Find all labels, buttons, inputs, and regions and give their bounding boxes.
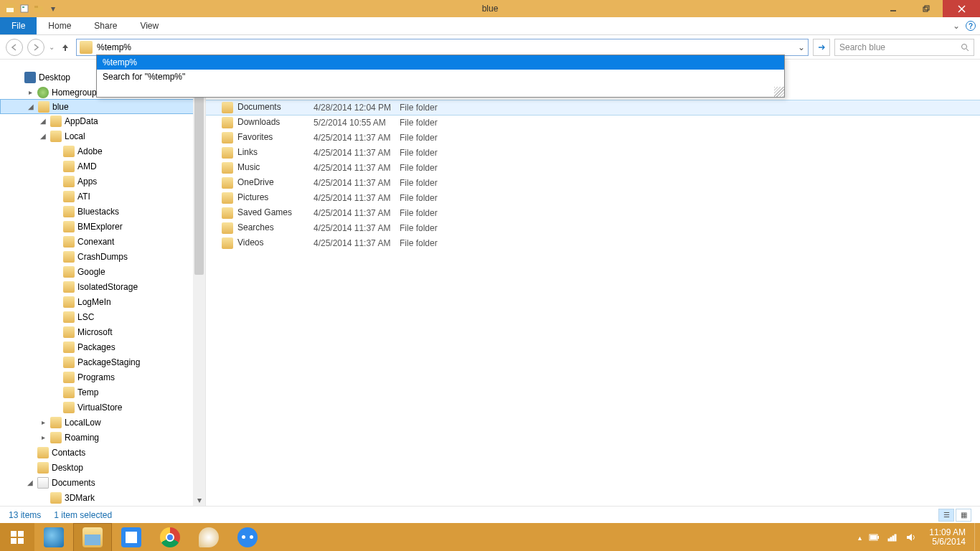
recent-dropdown-icon[interactable]: ⌄ [49,43,55,51]
address-input[interactable] [95,42,795,52]
tree-item[interactable]: ATI [0,189,205,204]
minimize-button[interactable] [877,0,910,17]
taskbar-flickr[interactable] [228,523,267,551]
tree-item[interactable]: ◢AppData [0,113,205,128]
go-button[interactable] [813,39,830,56]
folder-icon [222,132,233,143]
qat-dropdown-icon[interactable]: ▾ [47,3,59,14]
taskbar-store[interactable] [112,523,151,551]
suggestion-search-item[interactable]: Search for "%temp%" [97,70,784,84]
back-button[interactable] [6,39,23,56]
expand-ribbon-icon[interactable]: ⌄ [953,21,960,31]
scroll-thumb[interactable] [194,74,204,275]
tree-item[interactable]: Adobe [0,143,205,159]
tree-item[interactable]: IsolatedStorage [0,279,205,294]
tree-item[interactable]: ◢Local [0,128,205,143]
resize-grip-icon[interactable] [774,87,784,97]
svg-rect-16 [18,538,24,544]
file-row[interactable]: OneDrive4/25/2014 11:37 AMFile folder [206,175,980,190]
tree-item[interactable]: Contacts [0,445,205,460]
folder-icon [63,206,75,217]
tab-view[interactable]: View [128,17,170,34]
tree-item-label: Temp [77,387,98,397]
file-row[interactable]: Videos4/25/2014 11:37 AMFile folder [206,235,980,250]
file-row[interactable]: Music4/25/2014 11:37 AMFile folder [206,160,980,175]
tab-home[interactable]: Home [37,17,83,34]
address-dropdown-icon[interactable]: ⌄ [795,42,808,52]
expand-icon[interactable]: ◢ [39,132,47,140]
suggestion-item[interactable]: %temp% [97,55,784,70]
file-row[interactable]: Favorites4/25/2014 11:37 AMFile folder [206,130,980,145]
tree-item[interactable]: Conexant [0,234,205,249]
taskbar-ie[interactable] [34,523,73,551]
search-box[interactable]: Search blue [834,39,974,56]
system-tray: ▴ 11:09 AM 5/6/2014 [855,528,974,547]
tree-item[interactable]: Google [0,264,205,279]
expand-icon[interactable]: ◢ [26,479,34,486]
up-button[interactable] [59,41,72,54]
folder-icon [63,342,75,353]
help-icon[interactable]: ? [966,21,976,31]
forward-button[interactable] [27,39,44,56]
icons-view-button[interactable]: ▦ [956,509,971,522]
address-bar[interactable]: ⌄ [76,39,809,56]
desktop-icon [24,72,36,83]
file-row[interactable]: Saved Games4/25/2014 11:37 AMFile folder [206,205,980,220]
properties-icon[interactable] [19,3,30,14]
battery-icon[interactable] [869,533,880,542]
file-row[interactable]: Downloads5/2/2014 10:55 AMFile folder [206,115,980,130]
svg-rect-8 [925,6,929,10]
file-date: 4/25/2014 11:37 AM [314,205,400,220]
tree-item[interactable]: PackageStaging [0,354,205,369]
start-button[interactable] [0,523,34,551]
tree-item[interactable]: Desktop [0,460,205,475]
tree-item-label: Homegroup [52,88,97,98]
taskbar-paint[interactable] [189,523,228,551]
expand-icon[interactable]: ◢ [39,117,47,125]
tree-item[interactable]: ▸Roaming [0,430,205,445]
tree-item[interactable]: Packages [0,339,205,354]
doc-icon [37,477,49,489]
file-tab[interactable]: File [0,17,37,34]
tree-item[interactable]: LSC [0,309,205,324]
file-row[interactable]: Searches4/25/2014 11:37 AMFile folder [206,220,980,235]
taskbar-explorer[interactable] [73,523,112,551]
folder-icon [63,387,75,398]
tray-expand-icon[interactable]: ▴ [858,534,862,542]
folder-icon [63,266,75,278]
tree-item[interactable]: LogMeIn [0,294,205,309]
close-button[interactable] [943,0,980,17]
file-row[interactable]: Links4/25/2014 11:37 AMFile folder [206,145,980,160]
details-view-button[interactable]: ☰ [938,509,954,522]
tree-item[interactable]: ▸LocalLow [0,415,205,430]
tree-item[interactable]: CrashDumps [0,249,205,264]
wifi-icon[interactable] [887,533,899,542]
tree-item[interactable]: VirtualStore [0,400,205,415]
tree-item[interactable]: 3DMark [0,490,205,505]
tab-share[interactable]: Share [83,17,128,34]
tree-item[interactable]: Apps [0,174,205,189]
expand-icon[interactable]: ▸ [26,88,34,96]
navpane-scrollbar[interactable]: ▴ ▾ [193,60,205,506]
show-desktop-button[interactable] [974,523,980,551]
expand-icon[interactable]: ▸ [39,433,47,441]
svg-rect-19 [870,535,877,540]
volume-icon[interactable] [906,533,916,542]
file-row[interactable]: Documents4/28/2014 12:04 PMFile folder [206,100,980,115]
tree-item[interactable]: Microsoft [0,324,205,339]
scroll-down-icon[interactable]: ▾ [193,494,205,506]
new-folder-icon[interactable] [33,3,44,14]
taskbar-clock[interactable]: 11:09 AM 5/6/2014 [923,528,971,547]
file-row[interactable]: Pictures4/25/2014 11:37 AMFile folder [206,190,980,205]
tree-item[interactable]: Programs [0,369,205,385]
tree-item[interactable]: ◢blue [0,99,205,114]
tree-item[interactable]: AMD [0,159,205,174]
tree-item[interactable]: ◢Documents [0,475,205,490]
tree-item[interactable]: Temp [0,385,205,400]
taskbar-chrome[interactable] [151,523,189,551]
tree-item[interactable]: Bluestacks [0,204,205,219]
expand-icon[interactable]: ▸ [39,418,47,426]
restore-button[interactable] [910,0,943,17]
tree-item[interactable]: BMExplorer [0,219,205,234]
expand-icon[interactable]: ◢ [27,103,35,110]
